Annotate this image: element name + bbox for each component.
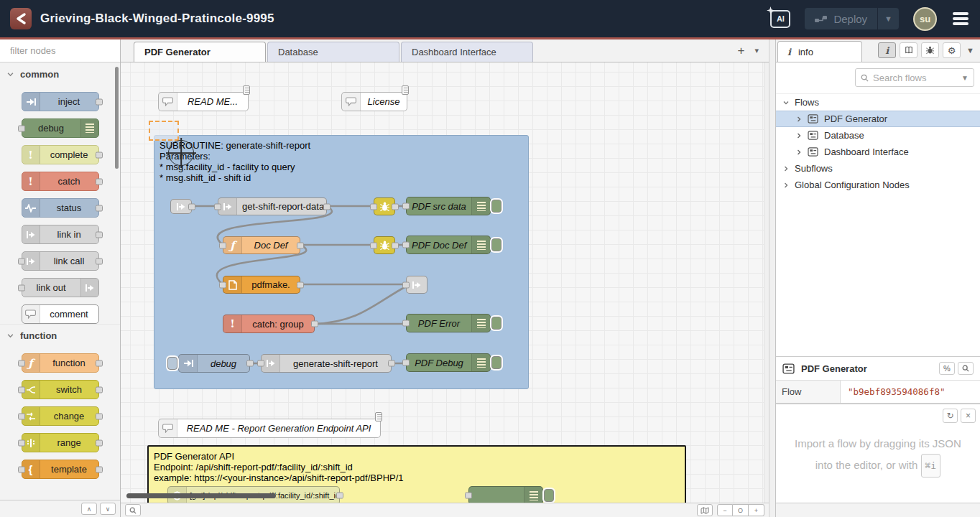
debug-toggle-button[interactable] xyxy=(491,238,501,251)
detail-value-flow-id[interactable]: "b9ebf893594086f8" xyxy=(841,381,980,403)
node-port-in[interactable] xyxy=(18,439,25,446)
node-port-out[interactable] xyxy=(96,413,103,419)
flow-node-pdf-doc-def[interactable]: PDF Doc Def xyxy=(406,236,491,254)
node-port-in[interactable] xyxy=(465,493,472,499)
flow-node-link-in[interactable] xyxy=(170,199,192,214)
zoom-in-button[interactable]: + xyxy=(749,504,764,516)
add-flow-button[interactable]: + xyxy=(738,44,745,58)
node-port-out[interactable] xyxy=(96,178,103,185)
palette-node-link-in[interactable]: link in xyxy=(22,225,99,244)
flow-node-inject-debug[interactable]: debug xyxy=(178,354,250,373)
palette-filter[interactable] xyxy=(0,39,120,62)
copy-link-button[interactable]: % xyxy=(939,362,955,375)
palette-node-link-call[interactable]: link call xyxy=(22,251,99,271)
node-port-out[interactable] xyxy=(96,360,103,366)
chevron-right-icon[interactable] xyxy=(796,116,802,122)
flow-search-input[interactable] xyxy=(873,73,957,83)
flow-node-link-out[interactable] xyxy=(406,276,427,294)
node-port-out[interactable] xyxy=(96,231,103,238)
palette-node-link-out[interactable]: link out xyxy=(22,278,99,297)
flow-node-pdf-debug[interactable]: PDF Debug xyxy=(406,353,491,372)
palette-node-switch[interactable]: switch xyxy=(22,380,99,399)
node-port-in[interactable] xyxy=(257,360,264,367)
node-port-out[interactable] xyxy=(297,281,304,288)
node-port-out[interactable] xyxy=(96,439,103,446)
flow-node-get-shift-report-data[interactable]: get-shift-report-data xyxy=(218,197,327,215)
debug-toggle-button[interactable] xyxy=(491,356,501,369)
node-port-out[interactable] xyxy=(96,258,103,264)
find-in-workspace-button[interactable] xyxy=(958,362,974,375)
node-port-in[interactable] xyxy=(402,281,410,288)
node-red-logo-icon[interactable] xyxy=(10,8,32,29)
tree-item-database[interactable]: Database xyxy=(776,127,980,144)
palette-scrollbar[interactable] xyxy=(115,67,119,169)
node-port-in[interactable] xyxy=(402,203,410,210)
node-port-in[interactable] xyxy=(18,386,25,393)
palette-expand-all-button[interactable]: ∨ xyxy=(100,503,116,515)
comment-node[interactable]: License xyxy=(341,92,407,111)
sidebar-info-button[interactable]: i xyxy=(878,42,896,58)
flow-node-pdfmake[interactable]: pdfmake. xyxy=(223,276,300,294)
node-port-in[interactable] xyxy=(18,284,25,291)
node-port-in[interactable] xyxy=(219,281,226,288)
flow-node-junction-2[interactable] xyxy=(374,236,395,254)
node-port-in[interactable] xyxy=(402,242,410,248)
flow-list-caret-icon[interactable]: ▾ xyxy=(754,46,759,55)
flow-node-pdf-error[interactable]: PDF Error xyxy=(406,314,491,332)
debug-toggle-button[interactable] xyxy=(544,489,554,502)
palette-node-inject[interactable]: inject xyxy=(22,92,99,111)
sidebar-tabs-caret-icon[interactable]: ▼ xyxy=(964,46,974,55)
node-port-out[interactable] xyxy=(96,152,103,158)
node-port-in[interactable] xyxy=(402,360,410,366)
debug-toggle-button[interactable] xyxy=(491,317,501,330)
node-port-in[interactable] xyxy=(370,203,377,210)
chevron-right-icon[interactable] xyxy=(796,149,802,155)
sidebar-debug-button[interactable] xyxy=(921,42,939,58)
node-port-out[interactable] xyxy=(336,493,343,499)
canvas-search-button[interactable] xyxy=(125,504,141,516)
tab-pdf-generator[interactable]: PDF Generator xyxy=(134,42,266,62)
palette-node-complete[interactable]: !complete xyxy=(22,145,99,164)
sidebar-config-button[interactable]: ⚙ xyxy=(943,42,961,58)
node-port-out[interactable] xyxy=(96,98,103,105)
node-port-out[interactable] xyxy=(388,360,395,367)
canvas-horizontal-scrollbar[interactable] xyxy=(126,493,276,498)
flow-node-doc-def[interactable]: ƒDoc Def xyxy=(223,236,300,254)
node-port-out[interactable] xyxy=(96,386,103,393)
navigator-button[interactable] xyxy=(697,504,713,516)
palette-filter-input[interactable] xyxy=(10,45,137,56)
deploy-button[interactable]: Deploy ▼ xyxy=(805,8,899,29)
node-port-in[interactable] xyxy=(18,125,25,131)
close-tip-button[interactable]: × xyxy=(961,409,976,423)
sidebar-resize-handle[interactable] xyxy=(769,39,776,517)
node-port-out[interactable] xyxy=(246,360,254,367)
palette-category-function[interactable]: function xyxy=(0,324,120,346)
ai-assistant-button[interactable]: AI xyxy=(770,10,790,28)
node-port-in[interactable] xyxy=(18,413,25,419)
zoom-out-button[interactable]: − xyxy=(717,504,733,516)
node-port-in[interactable] xyxy=(219,242,226,248)
palette-node-catch[interactable]: !catch xyxy=(22,172,99,191)
search-options-caret-icon[interactable]: ▼ xyxy=(961,74,969,82)
node-port-out[interactable] xyxy=(188,203,195,210)
user-avatar[interactable]: su xyxy=(913,7,937,31)
tree-flows-header[interactable]: Flows xyxy=(776,94,980,111)
palette-node-change[interactable]: change xyxy=(22,406,99,426)
node-port-in[interactable] xyxy=(18,360,25,366)
node-port-out[interactable] xyxy=(323,203,330,210)
sidebar-tab-info[interactable]: i info xyxy=(777,41,862,62)
flow-search-box[interactable]: ▼ xyxy=(855,68,974,87)
main-menu-button[interactable] xyxy=(951,9,970,28)
palette-collapse-all-button[interactable]: ∧ xyxy=(81,503,97,515)
tree-item-dashboard-interface[interactable]: Dashboard Interface xyxy=(776,144,980,160)
palette-node-debug[interactable]: debug xyxy=(22,118,99,138)
flow-node-catch-group[interactable]: !catch: group xyxy=(223,315,315,333)
palette-node-comment[interactable]: comment xyxy=(22,304,99,324)
tab-dashboard-interface[interactable]: Dashboard Interface xyxy=(401,42,533,62)
canvas-vertical-scrollbar[interactable] xyxy=(764,62,769,503)
tree-subflows-header[interactable]: Subflows xyxy=(776,160,980,177)
flow-node-pdf-src-data[interactable]: PDF src data xyxy=(406,197,491,215)
comment-node[interactable]: READ ME - Report Generation Endpoint API xyxy=(158,419,381,438)
node-port-out[interactable] xyxy=(392,203,399,210)
sidebar-help-button[interactable] xyxy=(900,42,917,58)
